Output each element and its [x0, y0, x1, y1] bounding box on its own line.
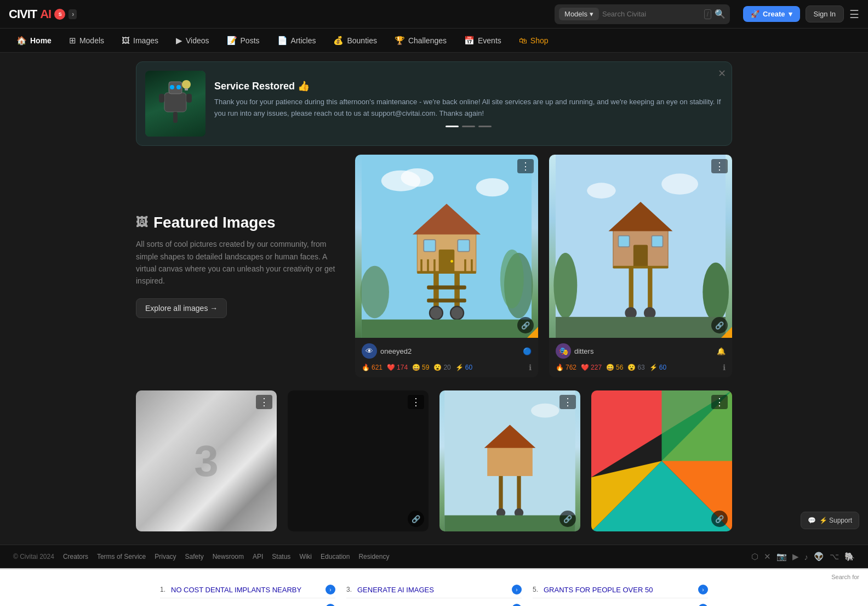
footer-status[interactable]: Status — [272, 553, 290, 560]
footer-privacy[interactable]: Privacy — [155, 553, 176, 560]
youtube-icon[interactable]: ▶ — [792, 552, 799, 562]
instagram-icon[interactable]: 📷 — [776, 552, 787, 562]
nav-label-videos: Videos — [186, 36, 209, 45]
banner-dot-3[interactable] — [478, 126, 492, 127]
ad-arrow-1: › — [326, 585, 335, 594]
svg-rect-5 — [159, 94, 164, 103]
footer-newsroom[interactable]: Newsroom — [213, 553, 244, 560]
nav-label-events: Events — [478, 36, 501, 45]
bottom-card-2-menu-button[interactable]: ⋮ — [408, 395, 424, 409]
banner-text: Thank you for your patience during this … — [214, 97, 723, 120]
nav-item-posts[interactable]: 📝 Posts — [219, 31, 267, 50]
card-2-avatar: 🎭 — [556, 343, 571, 359]
bottom-card-4-menu-button[interactable]: ⋮ — [711, 395, 728, 409]
banner-title: Service Restored 👍 — [214, 80, 723, 92]
svg-rect-19 — [427, 298, 466, 302]
logo-badge: S — [54, 9, 65, 20]
svg-rect-30 — [427, 259, 429, 273]
nav-item-models[interactable]: ⊞ Models — [61, 31, 112, 50]
bottom-card-3-link-button[interactable]: 🔗 — [559, 511, 576, 527]
svg-rect-47 — [652, 236, 663, 247]
house-2-illustration — [439, 390, 580, 531]
svg-point-7 — [182, 80, 191, 89]
logo[interactable]: CIVITAI S › — [9, 7, 77, 21]
bottom-card-1-menu-button[interactable]: ⋮ — [256, 395, 272, 409]
footer-education[interactable]: Education — [321, 553, 350, 560]
card-2-menu-button[interactable]: ⋮ — [711, 159, 728, 173]
banner-dot-2[interactable] — [462, 126, 475, 127]
bottom-card-3-menu-button[interactable]: ⋮ — [559, 395, 576, 409]
explore-images-button[interactable]: Explore all images → — [136, 298, 227, 318]
search-button[interactable]: 🔍 — [715, 9, 726, 19]
discord-icon[interactable]: ⬡ — [751, 552, 758, 562]
footer-api[interactable]: API — [253, 553, 263, 560]
card-2-info-button[interactable]: ℹ — [723, 363, 726, 372]
footer-residency[interactable]: Residency — [358, 553, 389, 560]
ad-item-3[interactable]: 3. GENERATE AI IMAGES › — [346, 581, 522, 598]
stat-heart-2: ❤️ 227 — [581, 364, 602, 371]
search-input[interactable] — [602, 10, 701, 18]
svg-point-3 — [176, 85, 181, 89]
create-button[interactable]: 🚀 Create ▾ — [743, 6, 800, 22]
ad-item-2[interactable]: 2. CYBER MONDAY ONLINE SPECIALS › — [160, 601, 335, 606]
nav-label-challenges: Challenges — [408, 36, 447, 45]
images-icon: 🖼 — [122, 36, 130, 45]
nav-item-bounties[interactable]: 💰 Bounties — [326, 31, 384, 50]
twitter-icon[interactable]: ✕ — [764, 552, 771, 562]
nav-item-videos[interactable]: ▶ Videos — [168, 31, 217, 50]
footer-terms[interactable]: Terms of Service — [97, 553, 146, 560]
nav-item-images[interactable]: 🖼 Images — [114, 31, 166, 49]
nav-item-shop[interactable]: 🛍 Shop — [511, 31, 556, 49]
card-1-badge: 🔵 — [523, 347, 532, 355]
menu-button[interactable]: ☰ — [849, 8, 859, 21]
ad-text-1: NO COST DENTAL IMPLANTS NEARBY — [171, 586, 322, 594]
bottom-card-1-image-wrap: 3 ⋮ — [136, 390, 277, 531]
ad-banner: Search for 1. NO COST DENTAL IMPLANTS NE… — [0, 568, 868, 606]
svg-rect-50 — [556, 317, 726, 338]
ad-item-4[interactable]: 4. ELON MUSK'S AI STOCK PICKS › — [346, 601, 522, 606]
logo-civit-text: CIVIT — [9, 7, 37, 21]
logo-ai-text: AI — [40, 7, 51, 21]
svg-rect-29 — [420, 259, 422, 273]
card-1-info-button[interactable]: ℹ — [529, 363, 532, 372]
github-icon[interactable]: ⌥ — [830, 552, 839, 562]
mastodon-icon[interactable]: 🐘 — [844, 552, 855, 562]
nav-label-posts: Posts — [241, 36, 260, 45]
footer-safety[interactable]: Safety — [185, 553, 204, 560]
reddit-icon[interactable]: 👽 — [814, 552, 824, 562]
card-2-stats: 🔥 762 ❤️ 227 😄 56 😮 63 ⚡ 60 ℹ — [556, 363, 726, 372]
nav-item-home[interactable]: 🏠 Home — [9, 31, 59, 50]
sign-in-button[interactable]: Sign In — [806, 5, 844, 22]
nav-item-events[interactable]: 📅 Events — [456, 31, 509, 50]
support-button[interactable]: 💬 ⚡ Support — [801, 512, 859, 529]
ad-item-6[interactable]: 6. AI TO HUMAN TEXT › — [533, 601, 708, 606]
card-2-image — [549, 155, 732, 338]
search-type-button[interactable]: Models ▾ — [559, 8, 599, 20]
header-right: 🚀 Create ▾ Sign In ☰ — [743, 5, 859, 22]
svg-point-27 — [450, 260, 453, 263]
images-section-icon: 🖼 — [136, 216, 148, 230]
card-2-username: ditters — [574, 347, 717, 355]
featured-left: 🖼 Featured Images All sorts of cool pict… — [136, 155, 344, 377]
tiktok-icon[interactable]: ♪ — [804, 552, 809, 562]
ad-item-1[interactable]: 1. NO COST DENTAL IMPLANTS NEARBY › — [160, 581, 335, 598]
card-1-menu-button[interactable]: ⋮ — [517, 159, 534, 173]
ad-item-5[interactable]: 5. GRANTS FOR PEOPLE OVER 50 › — [533, 581, 708, 598]
banner-dot-1[interactable] — [446, 126, 459, 127]
nav-item-articles[interactable]: 📄 Articles — [270, 31, 324, 50]
header: CIVITAI S › Models ▾ / 🔍 🚀 Create ▾ Sign… — [0, 0, 868, 29]
footer-wiki[interactable]: Wiki — [299, 553, 312, 560]
svg-rect-46 — [618, 236, 629, 247]
footer-creators[interactable]: Creators — [63, 553, 88, 560]
image-card-1: ⋮ 🔗 👁 oneeyed2 🔵 🔥 621 ❤️ 174 😄 59 😮 20 … — [355, 155, 538, 377]
bottom-card-2-link-button[interactable]: 🔗 — [408, 511, 424, 527]
bottom-card-4-image-wrap: ⋮ 🔗 — [591, 390, 732, 531]
posts-icon: 📝 — [227, 36, 237, 46]
image-card-2: ⋮ 🔗 🎭 ditters 🔔 🔥 762 ❤️ 227 😄 56 😮 63 ⚡… — [549, 155, 732, 377]
svg-point-52 — [531, 404, 559, 418]
stat-bolt-2: ⚡ 60 — [649, 364, 666, 371]
bottom-card-4-link-button[interactable]: 🔗 — [711, 511, 728, 527]
banner-close-button[interactable]: ✕ — [718, 67, 726, 80]
nav-item-challenges[interactable]: 🏆 Challenges — [387, 31, 454, 50]
svg-point-21 — [450, 307, 464, 320]
